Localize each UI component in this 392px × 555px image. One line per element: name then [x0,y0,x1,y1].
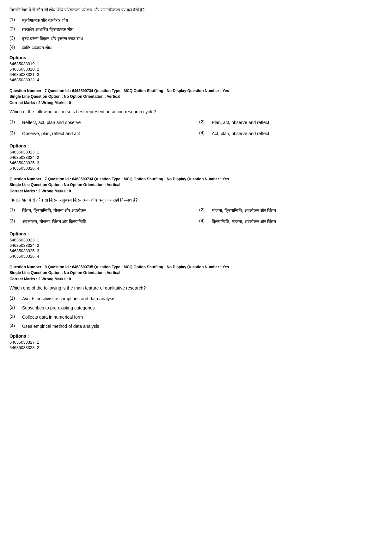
option-num: (1) [9,119,19,124]
question-text-q7-hindi: निम्नलिखित में से कौन सा क्रिया समुच्चय … [9,196,383,203]
option-num: (1) [9,17,19,22]
option-id: 64635038326. 4 [9,166,383,171]
option-text: हस्तक्षेप आधारित क्रियात्मक शोध [22,26,73,33]
option-text: Plan, act, observe and reflect [212,119,269,126]
option-text: क्रियान्विति, योजना, अवलोकन और चिंतन [212,218,276,225]
option-id: 64635038325. 3 [9,160,383,165]
option-num: (4) [199,218,209,223]
option-num: (2) [199,119,209,124]
option-id: 64635038319. 1 [9,61,383,66]
option-id: 64635038324. 2 [9,243,383,248]
question-block-hindi-research: निम्नलिखित में से कौन सी शोध विधि परिकल्… [9,6,383,82]
option-row: (3) Observe, plan, reflect and act [9,130,193,137]
option-id: 64635038327. 1 [9,340,383,345]
option-id: 64635038322. 4 [9,78,383,82]
options-label: Options : [9,143,383,148]
question-block-q7-hindi: Question Number : 7 Question Id : 646350… [9,176,383,259]
option-num: (1) [9,296,19,301]
correct-marks-q7: Correct Marks : 2 Wrong Marks : 0 [9,101,383,105]
option-row: (2) हस्तक्षेप आधारित क्रियात्मक शोध [9,26,383,33]
option-id: 64635038326. 4 [9,254,383,259]
option-id: 64635038325. 3 [9,248,383,253]
option-row: (1) Avoids positivist assumptions and da… [9,296,383,302]
option-row: (4) Uses empirical method of data analys… [9,323,383,330]
option-row: (4) Act, plan, observe and reflect [199,130,383,137]
option-num: (2) [9,26,19,31]
question-block-q7-english: Question Number : 7 Question Id : 646350… [9,88,383,170]
option-text: Avoids positivist assumptions and data a… [22,296,115,302]
option-id: 64635038321. 3 [9,72,383,77]
option-num: (4) [199,130,209,135]
option-row: (2) Plan, act, observe and reflect [199,119,383,126]
option-row: (4) क्रियान्विति, योजना, अवलोकन और चिंतन [199,218,383,225]
option-text: Subscribes to pre-existing categories [22,305,95,311]
option-row: (1) चिंतन, क्रियान्विति, योजना और अवलोकन [9,207,193,214]
option-num: (2) [9,305,19,310]
options-list-q8: (1) Avoids positivist assumptions and da… [9,296,383,330]
question-meta-q7: Question Number : 7 Question Id : 646350… [9,88,383,99]
option-text: अवलोकन, योजना, चिंतन और क्रियान्विति [22,218,86,225]
option-num: (3) [9,130,19,135]
option-text: दृश्य घटना विज्ञान और वृतान्त परक शोध [22,35,83,42]
option-text: Uses empirical method of data analysis [22,323,99,330]
option-text: योजना, क्रियान्विति, अवलोकन और चिंतन [212,207,276,214]
option-num: (3) [9,35,19,41]
option-text: प्रयोगात्मक और कार्योत्तर शोध [22,17,68,24]
question-meta-q7-hindi: Question Number : 7 Question Id : 646350… [9,176,383,188]
options-label: Options : [9,55,383,60]
options-list-hindi-research: (1) प्रयोगात्मक और कार्योत्तर शोध (2) हस… [9,17,383,51]
question-text-hindi-research: निम्नलिखित में से कौन सी शोध विधि परिकल्… [9,6,383,13]
option-text: चिंतन, क्रियान्विति, योजना और अवलोकन [22,207,86,214]
option-num: (4) [9,323,19,328]
option-row: (1) Reflect, act, plan and observe [9,119,193,126]
options-label: Options : [9,231,383,236]
option-num: (3) [9,218,19,223]
option-text: Collects data in numerical form [22,314,83,321]
option-row: (2) योजना, क्रियान्विति, अवलोकन और चिंतन [199,207,383,214]
option-num: (3) [9,314,19,319]
option-id: 64635038328. 2 [9,345,383,350]
question-meta-q8: Question Number : 8 Question Id : 646350… [9,264,383,276]
option-row: (4) व्यष्टि अध्ययन शोध [9,45,383,51]
option-id: 64635038323. 1 [9,150,383,154]
option-text: Reflect, act, plan and observe [22,119,81,126]
option-num: (4) [9,45,19,50]
option-row: (2) Subscribes to pre-existing categorie… [9,305,383,311]
question-text-q7-english: Which of the following action sets best … [9,108,383,115]
option-text: Observe, plan, reflect and act [22,130,80,137]
option-row: (3) दृश्य घटना विज्ञान और वृतान्त परक शो… [9,35,383,42]
question-text-q8: Which one of the following is the main f… [9,284,383,291]
options-label: Options : [9,334,383,339]
correct-marks-q8: Correct Marks : 2 Wrong Marks : 0 [9,277,383,281]
option-id: 64635038324. 2 [9,155,383,160]
option-text: Act, plan, observe and reflect [212,130,269,137]
correct-marks-q7-hindi: Correct Marks : 2 Wrong Marks : 0 [9,189,383,193]
option-id: 64635038323. 1 [9,238,383,242]
option-text: व्यष्टि अध्ययन शोध [22,45,52,51]
option-row: (3) अवलोकन, योजना, चिंतन और क्रियान्विति [9,218,193,225]
option-num: (2) [199,207,209,212]
question-block-q8: Question Number : 8 Question Id : 646350… [9,264,383,350]
option-num: (1) [9,207,19,212]
options-grid-q7-hindi: (1) चिंतन, क्रियान्विति, योजना और अवलोकन… [9,207,383,228]
option-id: 64635038320. 2 [9,67,383,72]
option-row: (1) प्रयोगात्मक और कार्योत्तर शोध [9,17,383,24]
options-grid-q7: (1) Reflect, act, plan and observe (2) P… [9,119,383,140]
option-row: (3) Collects data in numerical form [9,314,383,321]
